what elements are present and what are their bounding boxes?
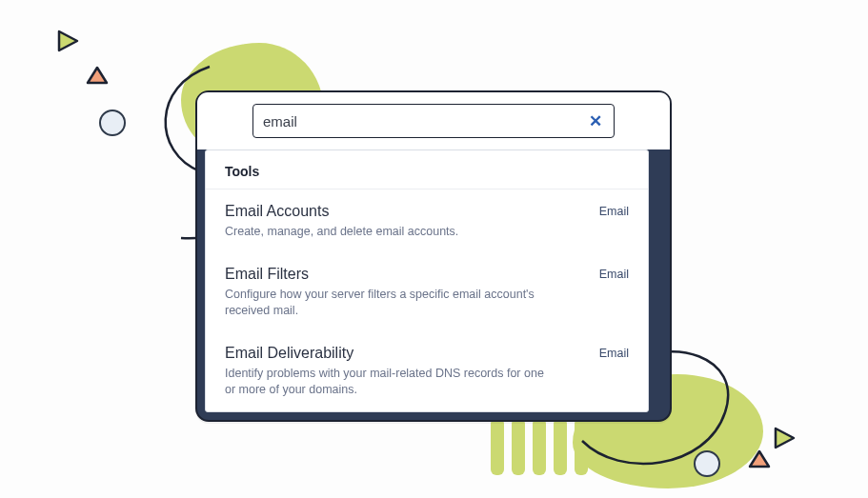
result-category-tag: Email	[599, 266, 629, 320]
svg-marker-2	[88, 68, 107, 83]
svg-marker-3	[750, 451, 769, 467]
result-email-deliverability[interactable]: Email Deliverability Identify problems w…	[206, 331, 648, 410]
searchbar: ✕	[252, 104, 615, 138]
result-category-tag: Email	[599, 345, 629, 399]
svg-marker-0	[59, 31, 77, 50]
triangle-icon	[772, 426, 797, 450]
svg-marker-1	[776, 428, 794, 448]
circle-icon	[99, 110, 126, 136]
search-window: ✕ Tools Email Accounts Create, manage, a…	[195, 90, 672, 422]
triangle-icon	[55, 29, 80, 53]
result-description: Configure how your server filters a spec…	[225, 287, 549, 320]
triangle-icon	[748, 448, 771, 469]
clear-icon[interactable]: ✕	[587, 111, 604, 131]
section-header: Tools	[206, 150, 648, 189]
search-input[interactable]	[263, 113, 587, 129]
result-email-filters[interactable]: Email Filters Configure how your server …	[206, 252, 648, 331]
result-description: Create, manage, and delete email account…	[225, 224, 549, 241]
result-description: Identify problems with your mail-related…	[225, 366, 549, 399]
triangle-icon	[86, 65, 109, 86]
result-category-tag: Email	[599, 203, 629, 241]
searchbar-area: ✕	[197, 92, 670, 149]
search-results-dropdown: Tools Email Accounts Create, manage, and…	[205, 149, 649, 412]
result-title: Email Deliverability	[225, 345, 584, 362]
result-email-accounts[interactable]: Email Accounts Create, manage, and delet…	[206, 189, 648, 252]
circle-icon	[694, 450, 720, 477]
result-title: Email Accounts	[225, 203, 584, 220]
result-title: Email Filters	[225, 266, 584, 283]
